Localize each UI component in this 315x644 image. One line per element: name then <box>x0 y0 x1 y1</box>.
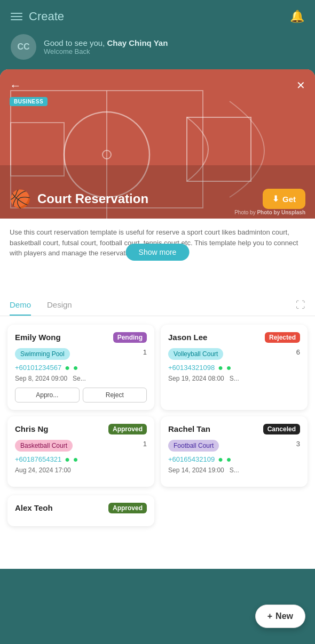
card-name: Chris Ng <box>15 424 49 433</box>
whatsapp-icon-2[interactable]: ● <box>226 363 232 373</box>
banner-title: Court Reservation <box>37 191 148 206</box>
whatsapp-icon[interactable]: ● <box>65 363 70 373</box>
download-icon: ⬇ <box>272 194 279 204</box>
bell-icon[interactable]: 🔔 <box>290 10 304 23</box>
whatsapp-icon[interactable]: ● <box>65 455 70 464</box>
reservation-card: Rachel Tan Canceled Football Court 3 +60… <box>161 416 308 487</box>
greeting-line1: Good to see you, Chay Chinq Yan <box>44 38 168 47</box>
card-count: 1 <box>143 440 147 448</box>
banner-title-group: 🏀 Court Reservation <box>10 189 148 209</box>
whatsapp-icon-2[interactable]: ● <box>226 455 232 464</box>
court-tag-row: Football Court 3 <box>168 440 300 455</box>
card-actions: Appro... Reject <box>15 388 147 402</box>
card-header: Chris Ng Approved <box>15 424 147 434</box>
card-name: Emily Wong <box>15 333 61 342</box>
hamburger-menu[interactable] <box>11 13 22 20</box>
court-tag-row: Volleyball Court 6 <box>168 348 300 363</box>
court-tag: Basketball Court <box>15 440 73 452</box>
status-badge: Approved <box>108 503 147 513</box>
phone-number[interactable]: +60165432109 <box>168 455 215 463</box>
greeting-row: CC Good to see you, Chay Chinq Yan Welco… <box>0 30 315 69</box>
card-datetime: Sep 14, 2024 19:00 S... <box>168 466 300 474</box>
card-name: Jason Lee <box>168 333 207 342</box>
card-name: Rachel Tan <box>168 424 210 433</box>
close-button[interactable]: ✕ <box>296 79 305 92</box>
demo-grid: Emily Wong Pending Swimming Pool 1 +6010… <box>0 316 315 495</box>
header-title: Create <box>29 10 64 23</box>
card-phone: +60187654321 ● ● <box>15 455 147 464</box>
card-header: Emily Wong Pending <box>15 332 147 343</box>
header-left: Create <box>11 10 64 23</box>
modal-card: ← ✕ BUSINESS 🏀 Court Reservation ⬇ Get P… <box>0 69 315 569</box>
card-header: Alex Teoh Approved <box>15 503 147 513</box>
whatsapp-icon-2[interactable]: ● <box>73 455 78 464</box>
reservation-card: Emily Wong Pending Swimming Pool 1 +6010… <box>7 325 154 410</box>
greeting-welcome: Welcome Back <box>44 47 168 55</box>
approve-button[interactable]: Appro... <box>15 388 80 402</box>
phone-number[interactable]: +60134321098 <box>168 364 215 372</box>
avatar: CC <box>11 34 36 60</box>
reject-button[interactable]: Reject <box>83 388 147 402</box>
photo-credit: Photo by Photo by Unsplash <box>234 210 305 215</box>
tab-demo[interactable]: Demo <box>10 295 31 316</box>
show-more-button[interactable]: Show more <box>126 244 190 261</box>
card-datetime: Aug 24, 2024 17:00 <box>15 466 147 474</box>
card-phone: +60101234567 ● ● <box>15 363 147 373</box>
card-phone: +60165432109 ● ● <box>168 455 300 464</box>
card-datetime: Sep 19, 2024 08:00 S... <box>168 375 300 382</box>
court-tag: Swimming Pool <box>15 348 70 360</box>
card-count: 6 <box>296 348 300 356</box>
banner-bottom: 🏀 Court Reservation ⬇ Get <box>10 189 305 209</box>
phone-number[interactable]: +60101234567 <box>15 364 61 372</box>
reservation-card: Chris Ng Approved Basketball Court 1 +60… <box>7 416 154 487</box>
status-badge: Rejected <box>265 332 300 343</box>
whatsapp-icon[interactable]: ● <box>218 455 223 464</box>
reservation-card: Jason Lee Rejected Volleyball Court 6 +6… <box>161 325 308 410</box>
card-header: Jason Lee Rejected <box>168 332 300 343</box>
status-badge: Pending <box>113 332 147 343</box>
phone-number[interactable]: +60187654321 <box>15 455 61 463</box>
status-badge: Approved <box>108 424 147 434</box>
business-badge: BUSINESS <box>10 97 48 106</box>
tab-expand-icon[interactable]: ⛶ <box>296 300 305 311</box>
court-tag: Football Court <box>168 440 219 452</box>
card-header: Rachel Tan Canceled <box>168 424 300 434</box>
tabs-row: Demo Design ⛶ <box>0 295 315 316</box>
card-count: 1 <box>143 348 147 356</box>
court-tag: Volleyball Court <box>168 348 223 360</box>
basketball-icon: 🏀 <box>10 189 31 209</box>
card-phone: +60134321098 ● ● <box>168 363 300 373</box>
new-button[interactable]: + New <box>255 605 305 628</box>
whatsapp-icon-2[interactable]: ● <box>73 363 78 373</box>
bottom-partial: Alex Teoh Approved <box>0 495 315 569</box>
fab-container: + New <box>255 605 305 628</box>
partial-card: Alex Teoh Approved <box>7 495 154 526</box>
banner: ← ✕ BUSINESS 🏀 Court Reservation ⬇ Get P… <box>0 69 315 219</box>
card-name: Alex Teoh <box>15 503 53 512</box>
court-tag-row: Basketball Court 1 <box>15 440 147 455</box>
whatsapp-icon[interactable]: ● <box>218 363 223 373</box>
plus-icon: + <box>267 611 272 621</box>
back-button[interactable]: ← <box>10 79 21 93</box>
get-button[interactable]: ⬇ Get <box>263 189 305 209</box>
description-section: Use this court reservation template is u… <box>0 219 315 267</box>
tab-design[interactable]: Design <box>47 295 72 316</box>
greeting-text: Good to see you, Chay Chinq Yan Welcome … <box>44 38 168 55</box>
card-count: 3 <box>296 440 300 448</box>
court-tag-row: Swimming Pool 1 <box>15 348 147 363</box>
header: Create 🔔 <box>0 0 315 30</box>
card-datetime: Sep 8, 2024 09:00 Se... <box>15 375 147 382</box>
status-badge: Canceled <box>263 424 300 434</box>
